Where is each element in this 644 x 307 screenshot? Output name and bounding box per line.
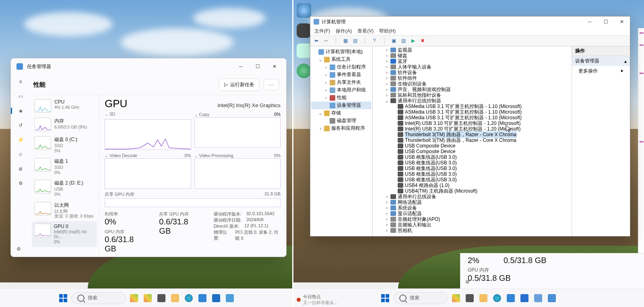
tb-app-3[interactable] (224, 292, 235, 304)
device-node[interactable]: USB Composite Device (374, 143, 570, 149)
device-node[interactable]: ›生物识别设备 (374, 81, 570, 87)
start-button[interactable] (380, 292, 391, 304)
search-box[interactable]: 搜索 (71, 292, 126, 304)
news-widget[interactable]: 今日热点 又一位科学家从... (297, 294, 338, 306)
start-button[interactable] (58, 292, 69, 304)
console-tree[interactable]: 计算机管理(本地)⌄系统工具›任务计划程序›事件查看器›共享文件夹›本地用户和组… (310, 46, 373, 236)
resource-内存[interactable]: 内存6.0/63.5 GB (9%) (32, 115, 97, 134)
device-node[interactable]: Intel(R) USB 3.20 可扩展主机控制器 - 1.20 (Micro… (374, 126, 570, 132)
actions-category[interactable]: 设备管理器▴ (572, 56, 630, 66)
device-node[interactable]: USB 根集线器(USB 3.0) (374, 171, 570, 177)
tree-node[interactable]: ›任务计划程序 (311, 63, 372, 71)
maximize-button[interactable]: ☐ (598, 17, 614, 27)
device-node[interactable]: ⌄通用串行总线控制器 (374, 98, 570, 104)
tree-node[interactable]: ›服务和应用程序 (311, 124, 372, 132)
back-icon[interactable]: ⬅ (313, 37, 320, 44)
tree-node[interactable]: ›性能 (311, 94, 372, 102)
device-node[interactable]: USB 根集线器(USB 3.0) (374, 177, 570, 183)
device-node[interactable]: ›网络适配器 (374, 199, 570, 205)
tb-store[interactable] (505, 292, 516, 304)
device-node[interactable]: ›监视器 (374, 47, 570, 53)
close-button[interactable]: ✕ (266, 60, 283, 73)
device-node[interactable]: USB Composite Device (374, 149, 570, 154)
device-node[interactable]: ›蓝牙 (374, 58, 570, 64)
run-task-button[interactable]: ▷ 运行新任务 (219, 79, 260, 91)
tb-edge[interactable] (183, 292, 194, 304)
device-node[interactable]: ›系统设备 (374, 205, 570, 211)
device-node[interactable]: USB4(TM) 主机路由器 (Microsoft) (374, 188, 570, 194)
tb-app-5[interactable] (533, 292, 544, 304)
tb-app-2[interactable] (142, 292, 153, 304)
desktop-icon-1[interactable] (297, 3, 311, 18)
menu-item[interactable]: 文件(F) (314, 28, 330, 35)
menu-item[interactable]: 操作(A) (336, 28, 352, 35)
resource-GPU 0[interactable]: GPU 0Intel(R) Iris(R) Xe Gr...0% (32, 221, 97, 247)
maximize-button[interactable]: ☐ (249, 60, 266, 73)
startup-icon[interactable]: ⚡ (17, 136, 25, 144)
titlebar[interactable]: 任务管理器 ─ ☐ ✕ (11, 58, 286, 75)
device-node[interactable]: ›音频处理对象(APO) (374, 216, 570, 222)
menu-item[interactable]: 查看(V) (357, 28, 374, 35)
tb-explorer[interactable] (169, 292, 181, 304)
tb-taskview[interactable] (156, 292, 167, 304)
device-node[interactable]: USB 根集线器(USB 3.0) (374, 154, 570, 160)
details-icon[interactable]: ≣ (17, 165, 25, 173)
device-node[interactable]: ›软件设备 (374, 70, 570, 75)
desktop-icon-4[interactable] (297, 64, 311, 78)
tb-app-1[interactable] (450, 292, 462, 304)
device-node[interactable]: ASMedia USB 3.1 可扩展主机控制器 - 1.10 (Microso… (374, 104, 570, 109)
device-node[interactable]: Thunderbolt 3(TM) 路由器，Razer - Core X Chr… (374, 137, 570, 143)
settings-icon[interactable]: ⚙ (17, 246, 21, 252)
device-node[interactable]: ›键盘 (374, 53, 570, 58)
device-node[interactable]: Thunderbolt 3(TM) 路由器，Razer - Core X Chr… (374, 132, 570, 137)
device-node[interactable]: ›照相机 (374, 228, 570, 233)
actions-more[interactable]: 更多操作▸ (572, 66, 630, 76)
device-node[interactable]: ›显示适配器 (374, 211, 570, 216)
resource-磁盘 2 (D: E:)[interactable]: 磁盘 2 (D: E:)USB0% (32, 177, 97, 199)
resource-磁盘 1[interactable]: 磁盘 1SSD0% (32, 156, 97, 177)
tool-icon-2[interactable]: ▤ (351, 37, 359, 44)
device-node[interactable]: USB 根集线器(USB 3.0) (374, 166, 570, 171)
hamburger-icon[interactable]: ≡ (17, 78, 25, 86)
minimize-button[interactable]: ─ (582, 17, 598, 27)
tb-taskview[interactable] (464, 292, 475, 304)
toolbar[interactable]: ⬅ ➡ ▦ ▤ ? ▣ ▤ ▶ ✖ (310, 35, 630, 46)
device-node[interactable]: ›音频输入和输出 (374, 222, 570, 228)
menubar[interactable]: 文件(F)操作(A)查看(V)帮助(H) (310, 27, 630, 35)
disable-icon[interactable]: ✖ (419, 37, 426, 44)
cm-titlebar[interactable]: 计算机管理 ─ ☐ ✕ (310, 17, 630, 27)
chart-copy-label[interactable]: Copy (194, 112, 210, 117)
search-box[interactable]: 搜索 (393, 292, 448, 304)
device-node[interactable]: ›鼠标和其他指针设备 (374, 92, 570, 98)
chart-3d-label[interactable]: 3D (105, 112, 115, 117)
enable-icon[interactable]: ▶ (409, 37, 417, 44)
settings-icon[interactable]: ⚙ (465, 279, 470, 285)
tool-icon-4[interactable]: ▤ (400, 37, 407, 44)
device-node[interactable]: USB4 根路由器 (1.0) (374, 183, 570, 188)
device-tree[interactable]: ›监视器›键盘›蓝牙›人体学输入设备›软件设备›软件组件›生物识别设备›声音、视… (373, 46, 572, 236)
resource-磁盘 0 (C:)[interactable]: 磁盘 0 (C:)SSD5% (32, 134, 97, 156)
desktop-icon-2[interactable] (297, 23, 311, 38)
scan-icon[interactable]: ▦ (342, 37, 349, 44)
processes-icon[interactable]: ▭ (17, 92, 25, 100)
tree-node[interactable]: 设备管理器 (311, 102, 372, 109)
chart-decode-label[interactable]: Video Decode (105, 153, 137, 158)
device-node[interactable]: ASMedia USB 3.1 可扩展主机控制器 - 1.10 (Microso… (374, 109, 570, 115)
resource-list[interactable]: CPU4% 1.46 GHz 内存6.0/63.5 GB (9%) 磁盘 0 (… (30, 95, 99, 257)
minimize-button[interactable]: ─ (232, 60, 249, 73)
desktop-icon-3[interactable] (297, 44, 311, 58)
tree-node[interactable]: ⌄系统工具 (311, 56, 372, 63)
performance-icon[interactable]: ◈ (17, 107, 25, 115)
device-node[interactable]: ›声音、视频和游戏控制器 (374, 87, 570, 92)
forward-icon[interactable]: ➡ (322, 37, 330, 44)
tree-node[interactable]: ›共享文件夹 (311, 79, 372, 86)
more-button[interactable]: ··· (264, 79, 279, 90)
device-node[interactable]: ›软件组件 (374, 75, 570, 81)
users-icon[interactable]: ☺ (17, 150, 25, 158)
taskbar[interactable]: 搜索 (0, 288, 293, 307)
tb-store[interactable] (197, 292, 208, 304)
tree-node[interactable]: ⌄存储 (311, 109, 372, 117)
history-icon[interactable]: ↺ (17, 121, 25, 129)
tb-app-1[interactable] (128, 292, 140, 304)
chart-proc-label[interactable]: Video Processing (194, 153, 233, 158)
